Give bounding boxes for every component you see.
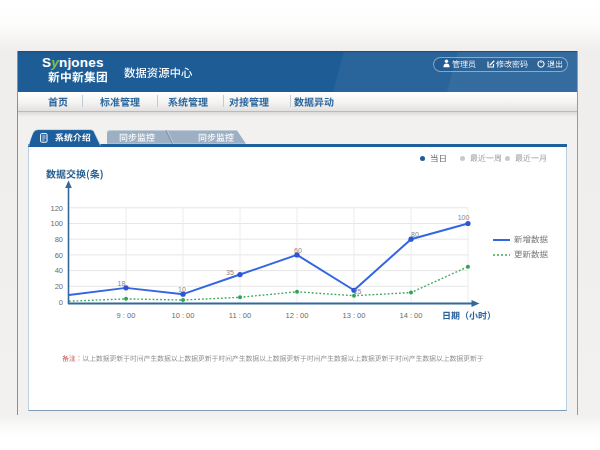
svg-text:100: 100	[50, 219, 63, 228]
svg-text:11 : 00: 11 : 00	[229, 311, 251, 320]
svg-text:12 : 00: 12 : 00	[286, 311, 309, 320]
svg-text:80: 80	[411, 231, 419, 238]
svg-text:40: 40	[55, 266, 63, 275]
svg-text:9 : 00: 9 : 00	[117, 311, 136, 320]
svg-text:35: 35	[226, 269, 234, 276]
svg-text:120: 120	[50, 204, 63, 213]
svg-text:10: 10	[178, 286, 186, 293]
svg-text:20: 20	[55, 282, 63, 291]
svg-text:0: 0	[59, 298, 63, 307]
svg-text:10 : 00: 10 : 00	[172, 311, 195, 320]
svg-text:60: 60	[294, 247, 302, 254]
svg-text:15: 15	[354, 288, 362, 295]
svg-text:14 : 00: 14 : 00	[400, 311, 423, 320]
svg-text:18: 18	[118, 280, 126, 287]
svg-text:80: 80	[55, 235, 63, 244]
svg-text:13 : 00: 13 : 00	[343, 311, 366, 320]
svg-text:60: 60	[55, 251, 63, 260]
svg-text:100: 100	[458, 214, 470, 221]
